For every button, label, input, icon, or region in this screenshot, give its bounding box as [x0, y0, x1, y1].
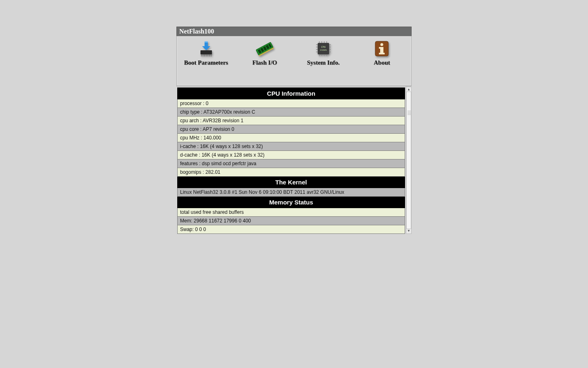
toolbar: Boot Parameters Flash I/O [176, 36, 412, 86]
scrollbar-track[interactable] [406, 92, 411, 229]
memory-heading: Memory Status [178, 197, 405, 208]
content-area: CPU Information processor : 0 chip type … [176, 86, 412, 234]
cpu-row: cpu MHz : 140.000 [178, 134, 405, 142]
ram-stick-icon [255, 39, 274, 58]
chip-download-icon [196, 39, 216, 58]
kernel-row: Linux NetFlash32 3.0.8 #1 Sun Nov 6 09:1… [178, 188, 405, 197]
content-main: CPU Information processor : 0 chip type … [176, 87, 406, 234]
nav-system-info-label: System Info. [307, 59, 340, 66]
app-title: NetFlash100 [179, 28, 214, 35]
svg-text:SYSINFO: SYSINFO [320, 49, 327, 51]
cpu-chip-icon: CPU SYSINFO [314, 39, 333, 58]
svg-rect-0 [200, 50, 212, 54]
scrollbar-thumb[interactable] [406, 92, 411, 229]
svg-rect-18 [318, 43, 329, 54]
nav-boot-parameters-label: Boot Parameters [184, 59, 228, 66]
info-icon [372, 39, 392, 58]
memory-row: Swap: 0 0 0 [178, 225, 405, 234]
info-table: CPU Information processor : 0 chip type … [177, 88, 405, 234]
nav-flash-io-label: Flash I/O [252, 59, 277, 66]
cpu-row: cpu core : AP7 revision 0 [178, 125, 405, 134]
scrollbar[interactable]: ▲ ▼ [406, 87, 412, 234]
memory-row: Mem: 29668 11672 17996 0 400 [178, 217, 405, 225]
cpu-row: features : dsp simd ocd perfctr java [178, 159, 405, 168]
svg-point-38 [381, 43, 383, 46]
cpu-row: chip type : AT32AP700x revision C [178, 108, 405, 117]
app-window: NetFlash100 [176, 27, 412, 234]
cpu-row: d-cache : 16K (4 ways x 128 sets x 32) [178, 151, 405, 159]
svg-rect-40 [379, 47, 381, 49]
nav-about[interactable]: About [355, 39, 408, 66]
svg-rect-41 [379, 53, 385, 54]
nav-about-label: About [374, 59, 390, 66]
cpu-heading: CPU Information [178, 88, 405, 99]
cpu-row: cpu arch : AVR32B revision 1 [178, 117, 405, 125]
memory-row: total used free shared buffers [178, 208, 405, 217]
memory-row: Total: 29668 11672 17996 [178, 234, 405, 234]
cpu-row: processor : 0 [178, 99, 405, 108]
scroll-down-arrow-icon[interactable]: ▼ [407, 229, 411, 233]
kernel-heading: The Kernel [178, 177, 405, 188]
title-bar: NetFlash100 [176, 27, 412, 36]
svg-text:CPU: CPU [321, 45, 325, 48]
svg-rect-10 [205, 41, 208, 43]
nav-system-info[interactable]: CPU SYSINFO System Info. [297, 39, 350, 66]
cpu-row: bogomips : 282.01 [178, 168, 405, 177]
scroll-up-arrow-icon[interactable]: ▲ [407, 88, 411, 92]
svg-marker-9 [202, 46, 210, 50]
cpu-row: i-cache : 16K (4 ways x 128 sets x 32) [178, 142, 405, 151]
nav-boot-parameters[interactable]: Boot Parameters [180, 39, 233, 66]
nav-flash-io[interactable]: Flash I/O [238, 39, 291, 66]
